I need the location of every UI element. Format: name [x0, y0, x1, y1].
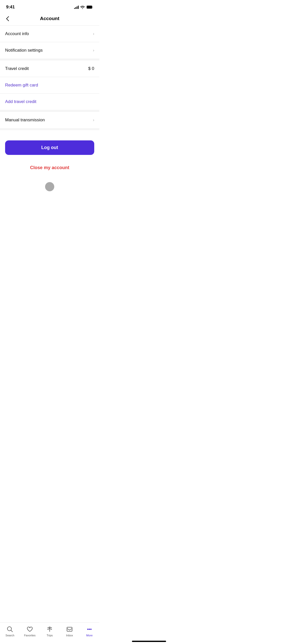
redeem-gift-card-item[interactable]: Redeem gift card	[0, 77, 99, 93]
logout-button[interactable]: Log out	[5, 140, 94, 155]
section-divider-3	[0, 128, 99, 130]
back-button[interactable]	[5, 15, 10, 22]
notification-settings-chevron-icon: ›	[93, 48, 94, 53]
account-info-item[interactable]: Account info ›	[0, 26, 99, 42]
logout-section: Log out	[0, 130, 99, 160]
section-divider-1	[0, 58, 99, 61]
close-account-section: Close my account	[0, 160, 99, 178]
manual-transmission-right: ›	[93, 118, 94, 122]
add-travel-credit-item[interactable]: Add travel credit	[0, 94, 99, 110]
add-travel-credit-label: Add travel credit	[5, 99, 36, 104]
signal-bars-icon	[74, 5, 79, 9]
travel-credit-item: Travel credit $ 0	[0, 61, 99, 77]
status-icons	[74, 5, 93, 9]
travel-credit-value: $ 0	[88, 66, 94, 71]
home-indicator-dot	[45, 182, 54, 191]
travel-credit-label: Travel credit	[5, 66, 29, 71]
battery-icon	[86, 5, 93, 9]
account-info-label: Account info	[5, 31, 29, 36]
notification-settings-item[interactable]: Notification settings ›	[0, 42, 99, 58]
status-time: 9:41	[6, 5, 15, 10]
redeem-gift-card-label: Redeem gift card	[5, 83, 38, 87]
section-divider-2	[0, 110, 99, 112]
manual-transmission-item[interactable]: Manual transmission ›	[0, 112, 99, 128]
svg-rect-1	[87, 6, 92, 9]
account-info-chevron-icon: ›	[93, 32, 94, 36]
manual-transmission-chevron-icon: ›	[93, 118, 94, 122]
notification-settings-label: Notification settings	[5, 48, 43, 53]
header: Account	[0, 13, 99, 25]
home-indicator-area	[0, 178, 99, 193]
close-account-button[interactable]: Close my account	[28, 163, 72, 173]
status-bar: 9:41	[0, 0, 99, 13]
manual-transmission-label: Manual transmission	[5, 118, 45, 123]
wifi-icon	[80, 5, 85, 9]
page-title: Account	[40, 16, 59, 21]
notification-settings-right: ›	[93, 48, 94, 53]
account-info-right: ›	[93, 32, 94, 36]
